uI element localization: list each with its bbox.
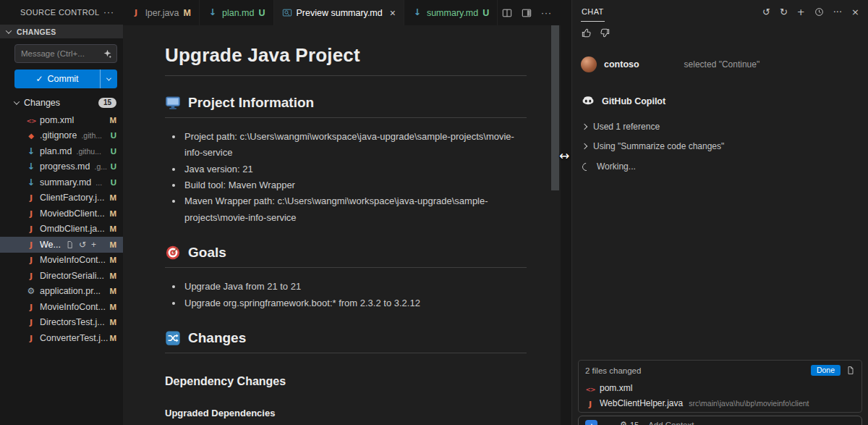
scm-file-row[interactable]: ClientFactory.j... M xyxy=(0,190,123,206)
commit-dropdown-button[interactable] xyxy=(101,70,117,88)
copilot-sparkle-icon[interactable] xyxy=(103,49,112,59)
file-type-icon xyxy=(26,178,36,188)
scm-file-row[interactable]: OmdbClient.ja... M xyxy=(0,222,123,237)
shuffle-emoji xyxy=(165,330,181,346)
heading-text: Changes xyxy=(188,330,246,346)
markdown-preview-icon xyxy=(282,8,292,18)
panel-resize-sash[interactable]: ↔ xyxy=(561,0,571,425)
scm-file-row[interactable]: ConverterTest.j... M xyxy=(0,330,123,346)
chat-header-actions: ↺ ↻ + ··· × xyxy=(762,7,859,17)
scm-file-row[interactable]: MovieInfoCont... M xyxy=(0,299,123,315)
scm-file-row[interactable]: MovieInfoCont... M xyxy=(0,253,123,269)
files-changed-header[interactable]: 2 files changed Done xyxy=(585,361,855,380)
commit-message-input[interactable] xyxy=(21,49,100,58)
git-status-letter: M xyxy=(109,209,116,218)
changed-file-row[interactable]: pom.xml xyxy=(585,380,855,395)
vscode-window: SOURCE CONTROL ··· CHANGES ✓ Commit Chan… xyxy=(0,0,868,425)
file-name: MovieInfoCont... xyxy=(40,302,106,312)
goals-list: Upgrade Java from 21 to 21 Upgrade org.s… xyxy=(165,279,527,311)
tab-plan-md[interactable]: plan.md U xyxy=(200,0,274,25)
commit-button[interactable]: ✓ Commit xyxy=(14,70,117,88)
scm-file-row[interactable]: .gitignore .gith... U xyxy=(0,128,123,144)
changes-label: Changes xyxy=(24,98,60,108)
file-type-icon xyxy=(26,318,36,327)
history-icon[interactable] xyxy=(814,7,824,17)
markdown-preview[interactable]: Upgrade Java Project Project Information… xyxy=(123,25,561,425)
chat-input-box[interactable]: ⚙ 15 Add Context... xyxy=(578,416,862,425)
tools-count[interactable]: ⚙ 15 xyxy=(607,420,639,425)
redo-icon[interactable]: ↻ xyxy=(780,7,788,17)
file-type-icon xyxy=(26,147,36,156)
spinner-icon xyxy=(581,161,592,172)
stage-changes-icon[interactable]: + xyxy=(91,240,96,249)
scm-file-row[interactable]: DirectorsTest.j... M xyxy=(0,315,123,331)
user-message: contoso selected "Continue" xyxy=(581,56,859,72)
open-file-icon[interactable] xyxy=(66,240,74,249)
layout-icon[interactable] xyxy=(522,8,532,18)
tab-git-status: U xyxy=(482,8,489,18)
new-chat-icon[interactable]: + xyxy=(797,7,805,17)
scm-file-row[interactable]: progress.md .g... U xyxy=(0,159,123,175)
file-name: application.pr... xyxy=(40,286,101,296)
file-name: ConverterTest.j... xyxy=(40,333,108,343)
more-actions-icon[interactable]: ··· xyxy=(103,7,114,17)
scm-file-row[interactable]: summary.md ... U xyxy=(0,174,123,190)
thumbs-up-icon[interactable] xyxy=(581,28,592,38)
chevron-down-icon xyxy=(14,98,20,104)
done-badge[interactable]: Done xyxy=(811,365,841,376)
step-text: Using "Summarize code changes" xyxy=(593,141,724,151)
tab-label: Preview summary.md xyxy=(297,8,383,18)
chat-tab[interactable]: CHAT xyxy=(581,2,605,22)
file-type-icon xyxy=(26,272,36,281)
scm-file-row[interactable]: pom.xml M xyxy=(0,112,123,128)
close-tab-icon[interactable]: × xyxy=(390,7,396,19)
more-actions-icon[interactable]: ··· xyxy=(833,7,842,17)
scm-file-row[interactable]: DirectorSeriali... M xyxy=(0,268,123,284)
agent-mode-icon[interactable] xyxy=(585,420,597,425)
file-type-icon xyxy=(26,256,36,265)
editor-group: lper.java M plan.md U Preview summary.md… xyxy=(123,0,561,425)
scm-file-row[interactable]: plan.md .githu... U xyxy=(0,143,123,159)
chevron-down-icon xyxy=(6,28,12,33)
file-type-icon xyxy=(585,397,595,409)
markdown-content: Upgrade Java Project Project Information… xyxy=(165,25,527,425)
changes-tree-header[interactable]: Changes 15 xyxy=(0,95,123,111)
commit-label: Commit xyxy=(48,74,79,84)
commit-button-main[interactable]: ✓ Commit xyxy=(14,70,101,88)
changed-file-row[interactable]: WebClientHelper.java src\main\java\hu\bp… xyxy=(585,395,855,411)
split-editor-icon[interactable] xyxy=(502,8,512,18)
editor-scrollbar[interactable] xyxy=(551,25,559,190)
tab-summary-md[interactable]: summary.md U xyxy=(404,0,498,25)
scm-file-row[interactable]: application.pr... M xyxy=(0,284,123,300)
copilot-logo-icon xyxy=(581,95,595,108)
check-icon: ✓ xyxy=(35,74,43,84)
discard-changes-icon[interactable]: ↺ xyxy=(79,240,86,249)
tab-helper-java[interactable]: lper.java M xyxy=(123,0,200,25)
scm-file-row[interactable]: MoviedbClient... M xyxy=(0,206,123,222)
doc-title: Upgrade Java Project xyxy=(165,44,527,76)
changes-count-badge: 15 xyxy=(98,98,116,108)
response-feedback xyxy=(572,24,868,38)
file-name: .gitignore xyxy=(40,130,77,140)
tab-preview-summary-md[interactable]: Preview summary.md × xyxy=(274,0,404,25)
monitor-emoji xyxy=(165,95,181,111)
bullet-item: Java version: 21 xyxy=(183,161,527,177)
changes-section-header[interactable]: CHANGES xyxy=(0,25,123,38)
user-avatar[interactable] xyxy=(581,56,597,72)
undo-icon[interactable]: ↺ xyxy=(762,7,770,17)
add-context-button[interactable]: Add Context... xyxy=(648,420,701,425)
thumbs-down-icon[interactable] xyxy=(600,28,610,38)
assistant-name: GitHub Copilot xyxy=(602,96,665,106)
git-status-letter: U xyxy=(109,178,116,187)
step-text: Used 1 reference xyxy=(593,122,660,132)
more-actions-icon[interactable]: ··· xyxy=(541,8,552,18)
view-diff-icon[interactable] xyxy=(846,366,855,375)
tool-call-expander[interactable]: Using "Summarize code changes" xyxy=(582,141,859,151)
scm-file-row-selected[interactable]: We... ↺ + M xyxy=(0,237,123,253)
file-name: MoviedbClient... xyxy=(40,209,105,219)
heading-text: Project Information xyxy=(188,95,314,111)
file-name: DirectorSeriali... xyxy=(40,271,104,281)
sidebar-header: SOURCE CONTROL ··· xyxy=(0,0,123,25)
close-icon[interactable]: × xyxy=(851,7,859,17)
references-expander[interactable]: Used 1 reference xyxy=(582,122,859,132)
